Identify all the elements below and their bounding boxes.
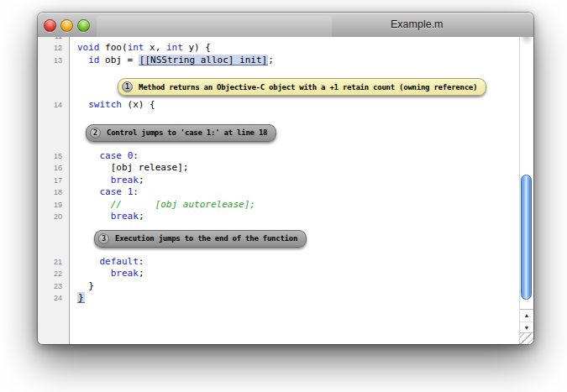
- titlebar-sheen: [97, 16, 332, 37]
- code-token: default: [100, 256, 139, 267]
- code-token: :: [139, 256, 144, 267]
- code-token: [77, 175, 111, 186]
- line-number: 15: [38, 150, 69, 163]
- code-token: case: [100, 150, 123, 161]
- code-token: break: [111, 268, 139, 279]
- vertical-scrollbar[interactable]: ▲ ▼: [519, 37, 533, 344]
- code-token: obj =: [100, 55, 139, 65]
- code-text: }: [69, 292, 85, 305]
- code-text: default:: [69, 256, 144, 269]
- code-text: case 0:: [69, 150, 139, 163]
- scroll-up-button[interactable]: ▲: [520, 310, 533, 321]
- code-line-17[interactable]: 17 break;: [38, 175, 519, 187]
- code-token: (x) {: [122, 99, 155, 110]
- code-token: y) {: [183, 42, 211, 53]
- code-token: int: [166, 42, 183, 53]
- bubble-number-badge: 1: [122, 81, 133, 92]
- code-token: foo(: [100, 42, 128, 53]
- code-token: :: [133, 150, 139, 161]
- code-token: ;: [139, 211, 144, 222]
- code-token: // [obj autorelease];: [77, 199, 255, 210]
- code-line-18[interactable]: 18 case 1:: [38, 186, 519, 199]
- code-line-14[interactable]: 14 switch (x) {: [38, 99, 519, 112]
- line-number: 12: [38, 42, 69, 55]
- scrollbar-thumb[interactable]: [521, 175, 532, 300]
- code-text: break;: [69, 211, 144, 223]
- code-token: :: [133, 186, 139, 197]
- code-token: [77, 150, 100, 161]
- window-title: Example.m: [391, 18, 444, 30]
- analyzer-highlight: [[NSString alloc] init]: [139, 55, 268, 65]
- code-token: void: [77, 42, 100, 53]
- code-text: void foo(int x, int y) {: [69, 42, 211, 55]
- window-content: 1112void foo(int x, int y) {13 id obj = …: [38, 37, 533, 344]
- bubble-number-badge: 3: [98, 233, 109, 244]
- window: Example.m 1112void foo(int x, int y) {13…: [38, 13, 533, 344]
- code-line-20[interactable]: 20 break;: [38, 211, 519, 223]
- line-number: 19: [38, 199, 69, 212]
- code-token: [77, 268, 111, 279]
- line-number: 18: [38, 186, 69, 199]
- scrollbar-arrows: ▲ ▼: [520, 309, 533, 333]
- code-token: [obj release];: [77, 162, 188, 173]
- code-token: ;: [268, 55, 274, 65]
- code-text: id obj = [[NSString alloc] init];: [69, 55, 274, 67]
- code-token: switch: [88, 99, 122, 110]
- code-token: [77, 186, 100, 197]
- code-token: [77, 211, 111, 222]
- screenshot-canvas: Example.m 1112void foo(int x, int y) {13…: [0, 0, 567, 392]
- code-token: [122, 186, 128, 197]
- bubble-text: Method returns an Objective-C object wit…: [139, 83, 477, 91]
- line-number: 11: [38, 37, 69, 42]
- line-number: 17: [38, 175, 69, 187]
- code-text: switch (x) {: [69, 99, 155, 112]
- code-line-19[interactable]: 19 // [obj autorelease];: [38, 199, 519, 212]
- code-token: id: [88, 55, 99, 65]
- scrollbar-track[interactable]: [520, 37, 533, 310]
- analyzer-bubble-2: 2Control jumps to 'case 1:' at line 18: [86, 124, 276, 142]
- code-token: [122, 150, 128, 161]
- code-token: ;: [139, 268, 144, 279]
- code-token: [77, 55, 88, 65]
- code-line-23[interactable]: 23 }: [38, 280, 519, 293]
- code-token: x,: [144, 42, 167, 53]
- code-line-21[interactable]: 21 default:: [38, 256, 519, 269]
- code-line-12[interactable]: 12void foo(int x, int y) {: [38, 42, 519, 55]
- code-line-24[interactable]: 24}: [38, 292, 519, 305]
- close-button[interactable]: [44, 19, 56, 32]
- code-token: [77, 99, 88, 110]
- zoom-button[interactable]: [77, 19, 90, 32]
- line-number: 23: [38, 280, 69, 293]
- line-number: 21: [38, 256, 69, 269]
- title-bar[interactable]: Example.m: [38, 13, 533, 38]
- code-token: int: [128, 42, 144, 53]
- code-editor[interactable]: 1112void foo(int x, int y) {13 id obj = …: [38, 37, 519, 344]
- line-number: 24: [38, 292, 69, 305]
- analyzer-bubble-3: 3Execution jumps to the end of the funct…: [94, 230, 307, 248]
- line-number: 13: [38, 55, 69, 67]
- code-text: break;: [69, 268, 144, 280]
- line-number: 16: [38, 162, 69, 175]
- code-text: [obj release];: [69, 162, 188, 175]
- line-number: 22: [38, 268, 69, 280]
- code-token: [77, 256, 100, 267]
- analyzer-bubble-1: 1Method returns an Objective-C object wi…: [118, 78, 486, 96]
- code-flow: 1112void foo(int x, int y) {13 id obj = …: [38, 37, 519, 305]
- code-text: break;: [69, 175, 144, 187]
- code-text: // [obj autorelease];: [69, 199, 255, 212]
- code-token: }: [77, 280, 94, 291]
- code-line-15[interactable]: 15 case 0:: [38, 150, 519, 163]
- minimize-button[interactable]: [60, 19, 73, 32]
- bubble-number-badge: 2: [90, 128, 101, 139]
- code-line-22[interactable]: 22 break;: [38, 268, 519, 280]
- code-token: ;: [139, 175, 144, 186]
- code-token: break: [111, 175, 139, 186]
- code-line-13[interactable]: 13 id obj = [[NSString alloc] init];: [38, 55, 519, 67]
- code-text: }: [69, 280, 94, 293]
- bubble-text: Execution jumps to the end of the functi…: [115, 234, 297, 243]
- code-token: case: [100, 186, 123, 197]
- code-line-16[interactable]: 16 [obj release];: [38, 162, 519, 175]
- code-text: case 1:: [69, 186, 139, 199]
- resize-grip-icon[interactable]: [520, 332, 533, 344]
- code-token: break: [111, 211, 139, 222]
